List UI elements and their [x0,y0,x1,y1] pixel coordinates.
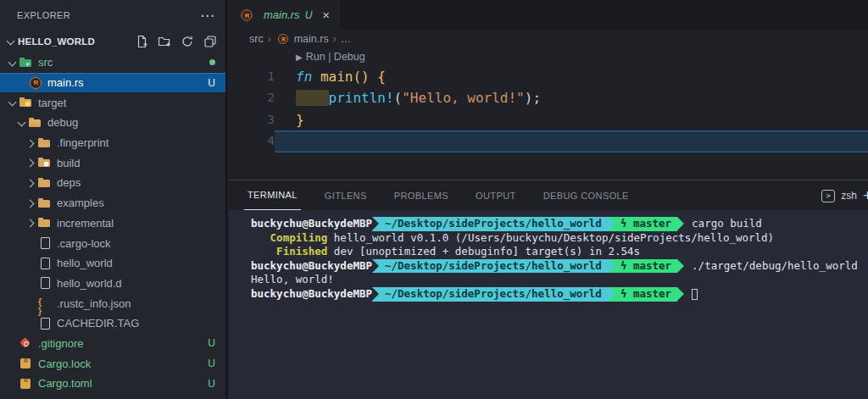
run-icon: ▶ [296,53,303,62]
breadcrumb-src[interactable]: src [249,33,264,45]
shell-selector[interactable]: zsh [841,190,857,202]
folder-icon [37,216,53,230]
tree-item-label: examples [57,197,215,209]
panel-tab-debug-console[interactable]: DEBUG CONSOLE [540,191,632,210]
crate-icon [19,377,34,391]
folder-src-icon [19,56,34,69]
terminal-prompt-line: buckychu@BuckydeMBP~/Desktop/sideProject… [251,259,868,274]
prompt-user: buckychu@BuckydeMBP [251,287,372,302]
prompt-path-segment: ~/Desktop/sideProjects/hello_world [372,259,609,274]
tree-item-build[interactable]: build [0,152,225,173]
tree-item--rustc-info-json[interactable]: .rustc_info.json [0,293,225,313]
more-actions-icon[interactable]: ⋯ [200,7,215,25]
chevron-right-icon[interactable] [25,157,37,169]
chevron-down-icon[interactable] [16,117,28,129]
git-icon [19,336,34,350]
code-token [312,69,320,85]
panel-tab-problems[interactable]: PROBLEMS [391,191,452,210]
new-folder-icon[interactable] [158,35,171,48]
tree-item-target[interactable]: target [0,92,225,113]
tree-item-cachedir-tag[interactable]: CACHEDIR.TAG [0,313,225,334]
tree-item-debug[interactable]: debug [0,113,225,133]
untracked-badge: U [208,378,215,390]
terminal-text: dev [unoptimized + debuginfo] target(s) … [327,245,640,259]
breadcrumb-separator: › [333,33,337,45]
file-icon [37,236,53,250]
code-line-3[interactable]: 3} [229,109,868,130]
folder-target-icon [19,96,34,109]
tree-item-label: Cargo.lock [38,357,203,370]
tree-item-hello-world[interactable]: hello_world [0,253,225,274]
codelens-separator: | [328,51,331,63]
code-token: } [296,112,304,128]
chevron-spacer [25,258,37,269]
terminal-icon[interactable]: > [821,190,835,202]
crate-icon [19,357,34,370]
tree-item-label: .rustc_info.json [57,297,215,310]
terminal-command: cargo build [692,217,762,231]
project-section-header[interactable]: HELLO_WORLD [0,30,225,53]
refresh-icon[interactable] [181,35,194,48]
code-line-1[interactable]: 1fn main() { [229,66,868,87]
code-line-4[interactable]: 4 [229,130,868,152]
terminal-text: Compiling [270,231,328,246]
line-number: 1 [229,66,275,87]
breadcrumb-symbol[interactable]: … [341,33,352,45]
tree-item-main-rs[interactable]: main.rsU [0,73,225,93]
code-line-content: } [275,109,868,130]
new-terminal-button[interactable]: + [863,186,868,205]
collapse-all-icon[interactable] [203,35,217,48]
terminal-text: hello_world v0.1.0 (/Users/buckychu/Desk… [327,231,774,246]
tab-main-rs[interactable]: main.rs U × [229,0,340,30]
code-token: () [353,69,369,85]
tree-item--gitignore[interactable]: .gitignoreU [0,334,225,354]
tree-item--fingerprint[interactable]: .fingerprint [0,133,225,153]
close-icon[interactable]: × [322,8,330,22]
panel-tab-gitlens[interactable]: GITLENS [321,191,370,210]
json-icon [37,296,53,310]
tab-filename: main.rs [264,8,300,21]
panel-tab-output[interactable]: OUTPUT [472,191,520,210]
tree-item-src[interactable]: src [0,53,225,73]
chevron-right-icon[interactable] [25,177,37,189]
terminal-command: ./target/debug/hello_world [692,259,858,274]
terminal-output-line: Hello, world! [251,273,868,287]
debug-link[interactable]: Debug [334,51,365,63]
run-link[interactable]: Run [306,51,326,63]
chevron-right-icon[interactable] [25,197,37,209]
folder-icon [37,197,53,210]
file-icon [37,257,53,270]
terminal-output-line: Finished dev [unoptimized + debuginfo] t… [251,245,868,259]
tree-item-label: main.rs [47,76,203,89]
terminal-output-line: Compiling hello_world v0.1.0 (/Users/buc… [251,231,868,246]
tree-item-label: .cargo-lock [57,237,215,250]
tree-item-label: .fingerprint [57,136,215,149]
tree-item-cargo-toml[interactable]: Cargo.tomlU [0,374,225,394]
tree-item-incremental[interactable]: incremental [0,213,225,234]
prompt-arrow-icon [677,259,684,273]
panel-tab-terminal[interactable]: TERMINAL [244,190,301,210]
code-editor[interactable]: ▶Run | Debug 1fn main() {2 println!("Hel… [229,48,868,152]
terminal-output[interactable]: buckychu@BuckydeMBP~/Desktop/sideProject… [229,210,868,302]
breadcrumb-main-rs[interactable]: main.rs [294,33,329,45]
tree-item-deps[interactable]: deps [0,173,225,193]
chevron-down-icon[interactable] [7,97,19,108]
chevron-down-icon[interactable] [7,57,19,69]
chevron-spacer [16,77,28,89]
tree-item-examples[interactable]: examples [0,193,225,213]
folder-debug-icon [28,116,43,130]
terminal-text [251,245,276,259]
new-file-icon[interactable] [135,35,148,48]
folder-icon [37,176,53,190]
file-tree: srcmain.rsUtargetdebug.fingerprintbuildd… [0,53,225,394]
tree-item-hello-world-d[interactable]: hello_world.d [0,274,225,294]
file-icon [37,276,53,290]
tree-item--cargo-lock[interactable]: .cargo-lock [0,233,225,253]
tree-item-label: hello_world.d [57,277,215,290]
tree-item-cargo-lock[interactable]: Cargo.lockU [0,353,225,374]
code-line-2[interactable]: 2 println!("Hello, world!"); [229,87,868,108]
code-token: main [320,69,353,85]
chevron-right-icon[interactable] [25,217,37,229]
chevron-right-icon[interactable] [25,137,37,149]
bottom-panel: TERMINALGITLENSPROBLEMSOUTPUTDEBUG CONSO… [229,180,868,399]
